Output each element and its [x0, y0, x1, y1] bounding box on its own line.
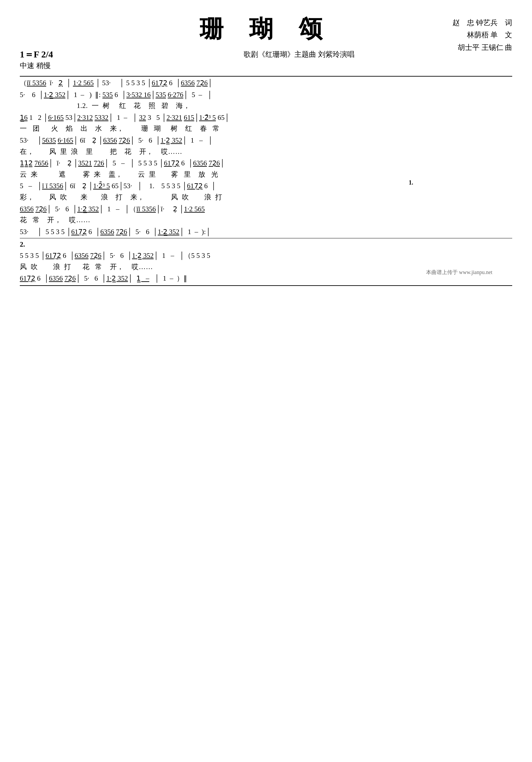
credit-line1: 赵 忠 钟艺兵 词: [452, 17, 512, 29]
tempo: 中速 稍慢: [20, 61, 86, 71]
header-info: 赵 忠 钟艺兵 词 林荫梧 单 文 胡士平 王锡仁 曲: [452, 17, 512, 53]
score-line-group-4: 53· │5635 6·165│ 6ĭ 2̣ │6356 72̣6│ 5· 6 …: [20, 135, 512, 157]
page: 珊 瑚 颂 赵 忠 钟艺兵 词 林荫梧 单 文 胡士平 王锡仁 曲 1＝F 2/…: [0, 0, 532, 762]
notation-line-4: 53· │5635 6·165│ 6ĭ 2̣ │6356 72̣6│ 5· 6 …: [20, 135, 512, 146]
watermark-text: 本曲谱上传于 www.jianpu.net: [426, 269, 493, 276]
subtitle: 歌剧《红珊瑚》主题曲 刘紫玲演唱: [86, 48, 512, 59]
notation-line-7: 6356 72̣6│ 5· 6 │1·2̲ 352│ 1 – │（ĭĭ 5356…: [20, 204, 512, 215]
lyrics-line-3: 一 团 火 焰 出 水 来， 珊 瑚 树 红 春 常: [20, 123, 512, 134]
score-line-group-3: 1̲6 1 2 │6·165 53│2·312 5332│ 1 – │ 32 3…: [20, 112, 512, 134]
lyrics-line-7: 花 常 开， 哎……: [20, 215, 512, 226]
lyrics-line-6: 彩， 风 吹 来 浪 打 来， 风 吹 浪 打: [20, 192, 512, 203]
score-line-group-2: 5· 6 │1·2̲ 352│ 1 – ) ‖: 535 6 │3·532 16…: [20, 90, 512, 112]
score-container: （ĭĭ 5356 ĭ· 2̣ │ 1·2 565 │ 53· │ 5 5 3 5…: [20, 76, 512, 286]
lyrics-line-4: 在， 风 里 浪 里 把 花 开， 哎……: [20, 146, 512, 158]
score-line-group-7: 6356 72̣6│ 5· 6 │1·2̲ 352│ 1 – │（ĭĭ 5356…: [20, 204, 512, 226]
credit-line2: 林荫梧 单 文: [452, 29, 512, 41]
watermark: 本曲谱上传于 www.jianpu.net: [426, 269, 493, 276]
notation-line-5: 1̲1̲2̲ 7656│ ĭ· 2̣ │3521 726│ 5 – │ 5 5 …: [20, 158, 512, 169]
key-time: 1＝F 2/4: [20, 48, 73, 61]
credit-line3: 胡士平 王锡仁 曲: [452, 41, 512, 53]
notation-line-6: 5 – │ĭ ĭ 5356│ 6ĭ 2̣ │1·2̄³ 5 65│53· │ 1…: [20, 181, 512, 192]
notation-line-3: 1̲6 1 2 │6·165 53│2·312 5332│ 1 – │ 32 3…: [20, 112, 512, 123]
score-line-group-8: 53· │ 5 5 3 5 │617̣2̣ 6 │6356 72̣6│ 5· 6…: [20, 226, 512, 238]
lyrics-line-5: 云 来 遮 雾 来 盖， 云 里 雾 里 放 光: [20, 169, 512, 180]
title-section: 珊 瑚 颂 赵 忠 钟艺兵 词 林荫梧 单 文 胡士平 王锡仁 曲: [20, 13, 512, 45]
score-line-group-9: 2. 5 5 3 5 │617̣2̣ 6 │6356 72̣6│ 5· 6 │1…: [20, 239, 512, 272]
notation-line-8: 53· │ 5 5 3 5 │617̣2̣ 6 │6356 72̣6│ 5· 6…: [20, 226, 512, 238]
lyrics-line-2: 1.2. 一 树 红 花 照 碧 海，: [20, 100, 512, 112]
score-line-group-1: （ĭĭ 5356 ĭ· 2̣ │ 1·2 565 │ 53· │ 5 5 3 5…: [20, 78, 512, 89]
score-line-group-5: 1̲1̲2̲ 7656│ ĭ· 2̣ │3521 726│ 5 – │ 5 5 …: [20, 158, 512, 180]
main-title: 珊 瑚 颂: [200, 13, 332, 45]
notation-line-2: 5· 6 │1·2̲ 352│ 1 – ) ‖: 535 6 │3·532 16…: [20, 90, 512, 101]
notation-line-1: （ĭĭ 5356 ĭ· 2̣ │ 1·2 565 │ 53· │ 5 5 3 5…: [20, 78, 512, 89]
score-line-group-6: 1. 5 – │ĭ ĭ 5356│ 6ĭ 2̣ │1·2̄³ 5 65│53· …: [20, 181, 512, 203]
notation-line-9: 2. 5 5 3 5 │617̣2̣ 6 │6356 72̣6│ 5· 6 │1…: [20, 239, 512, 261]
